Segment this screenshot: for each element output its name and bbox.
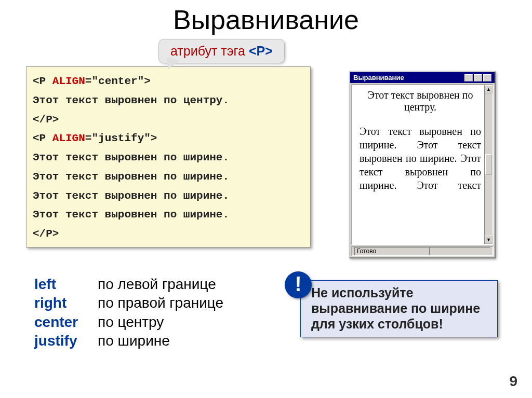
code-line: </P> [33, 225, 304, 244]
callout-text: атрибут тэга [170, 44, 249, 58]
callout-tag: <P> [249, 44, 273, 58]
code-line: <P ALIGN="center"> [33, 72, 304, 91]
align-desc: по левой границе [98, 275, 216, 294]
code-line: Этот текст выровнен по ширине. [33, 187, 304, 206]
scroll-thumb[interactable] [485, 154, 492, 175]
slide-title: Выравнивание [0, 0, 532, 35]
close-icon[interactable] [483, 74, 491, 81]
align-key: left [34, 275, 98, 294]
align-key: center [34, 313, 98, 332]
list-item: right по правой границе [34, 294, 223, 312]
warning-icon: ! [285, 271, 312, 298]
code-example: <P ALIGN="center"> Этот текст выровнен п… [26, 66, 311, 248]
code-line: Этот текст выровнен по ширине. [33, 205, 304, 225]
maximize-icon[interactable] [474, 74, 482, 81]
vertical-scrollbar[interactable]: ▲ ▼ [484, 85, 493, 244]
code-line: Этот текст выровнен по ширине. [33, 148, 304, 168]
warning-text: Не используйте выравнивание по ширине дл… [311, 285, 480, 331]
browser-viewport: Этот текст выровнен по центру. Этот текс… [352, 85, 484, 244]
align-key: justify [34, 332, 98, 350]
align-key: right [34, 294, 98, 312]
rendered-paragraph-justify: Этот текст выровнен по ширине. Этот текс… [360, 125, 481, 192]
align-values-list: left по левой границе right по правой гр… [34, 275, 223, 351]
rendered-paragraph-center: Этот текст выровнен по центру. [360, 89, 481, 113]
code-line: Этот текст выровнен по центру. [33, 91, 304, 111]
window-title: Выравнивание [353, 74, 404, 81]
align-desc: по правой границе [98, 294, 223, 312]
align-desc: по ширине [98, 332, 170, 350]
status-text: Готово [354, 247, 429, 255]
align-desc: по центру [98, 313, 164, 332]
scroll-down-icon[interactable]: ▼ [485, 236, 493, 244]
list-item: left по левой границе [34, 275, 223, 294]
browser-mock: Выравнивание Этот текст выровнен по цент… [349, 71, 496, 258]
browser-statusbar: Готово [351, 246, 494, 256]
code-line: </P> [33, 111, 304, 130]
code-line: <P ALIGN="justify"> [33, 129, 304, 148]
list-item: justify по ширине [34, 332, 223, 350]
scroll-up-icon[interactable]: ▲ [485, 85, 493, 93]
list-item: center по центру [34, 313, 223, 332]
status-spacer [429, 247, 490, 255]
minimize-icon[interactable] [464, 74, 473, 81]
page-number: 9 [509, 373, 517, 390]
window-controls [464, 74, 491, 81]
code-line: Этот текст выровнен по ширине. [33, 168, 304, 187]
warning-box: Не используйте выравнивание по ширине дл… [300, 280, 498, 337]
window-titlebar: Выравнивание [350, 72, 495, 83]
